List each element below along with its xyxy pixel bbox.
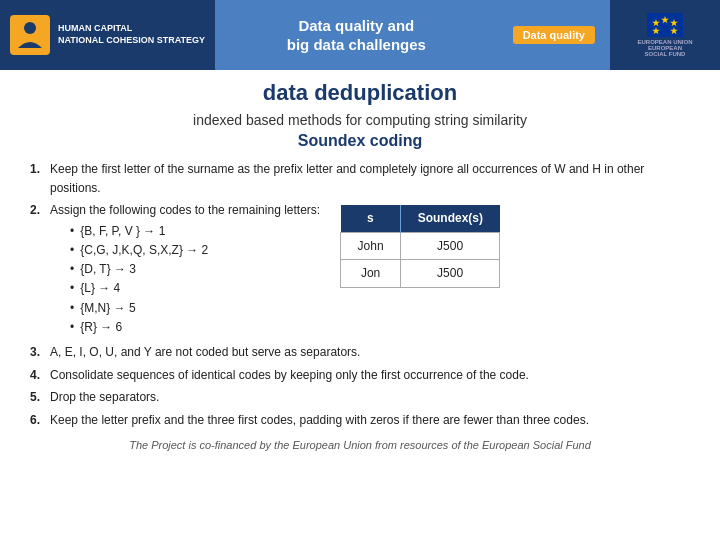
table-row: Jon J500 <box>341 260 500 288</box>
logo-icon <box>10 15 50 55</box>
list-item: {M,N} → 5 <box>70 299 320 318</box>
header-logo-area: HUMAN CAPITAL NATIONAL COHESION STRATEGY <box>0 0 215 70</box>
step-3-text: A, E, I, O, U, and Y are not coded but s… <box>50 343 360 362</box>
step-6: 6. Keep the letter prefix and the three … <box>30 411 690 430</box>
content-area: 1. Keep the first letter of the surname … <box>30 160 690 429</box>
list-item: {D, T} → 3 <box>70 260 320 279</box>
eu-text: EUROPEAN UNION EUROPEAN SOCIAL FUND <box>637 39 692 57</box>
bullets-col: Assign the following codes to the remain… <box>50 201 320 339</box>
page-title: data deduplication <box>30 80 690 106</box>
step-5-text: Drop the separators. <box>50 388 159 407</box>
table-cell-j500-1: J500 <box>400 232 499 260</box>
eu-flag-icon <box>647 13 683 37</box>
table-cell-john: John <box>341 232 401 260</box>
step-5: 5. Drop the separators. <box>30 388 690 407</box>
step-6-text: Keep the letter prefix and the three fir… <box>50 411 589 430</box>
logo-text: HUMAN CAPITAL NATIONAL COHESION STRATEGY <box>58 23 205 46</box>
table-cell-jon: Jon <box>341 260 401 288</box>
section-heading: Soundex coding <box>30 132 690 150</box>
header: HUMAN CAPITAL NATIONAL COHESION STRATEGY… <box>0 0 720 70</box>
step-4: 4. Consolidate sequences of identical co… <box>30 366 690 385</box>
table-cell-j500-2: J500 <box>400 260 499 288</box>
header-title-text: Data quality and big data challenges <box>287 16 426 55</box>
step-2-num: 2. <box>30 201 44 339</box>
step-6-num: 6. <box>30 411 44 430</box>
table-header-soundex: Soundex(s) <box>400 205 499 232</box>
main-content: data deduplication indexed based methods… <box>0 70 720 457</box>
list-item: {R} → 6 <box>70 318 320 337</box>
step-2: 2. Assign the following codes to the rem… <box>30 201 690 339</box>
page-subtitle: indexed based methods for computing stri… <box>30 112 690 128</box>
table-header-s: s <box>341 205 401 232</box>
step-2-text: Assign the following codes to the remain… <box>50 203 320 217</box>
header-title-area: Data quality and big data challenges <box>215 0 498 70</box>
svg-point-1 <box>24 22 36 34</box>
list-item: {C,G, J,K,Q, S,X,Z} → 2 <box>70 241 320 260</box>
list-item: {L} → 4 <box>70 279 320 298</box>
step-3: 3. A, E, I, O, U, and Y are not coded bu… <box>30 343 690 362</box>
step-3-num: 3. <box>30 343 44 362</box>
step-1-num: 1. <box>30 160 44 197</box>
header-badge-area: Data quality <box>498 0 610 70</box>
step-1: 1. Keep the first letter of the surname … <box>30 160 690 197</box>
step-1-text: Keep the first letter of the surname as … <box>50 160 690 197</box>
soundex-table: s Soundex(s) John J500 Jon J500 <box>340 205 500 288</box>
step-4-num: 4. <box>30 366 44 385</box>
header-eu-area: EUROPEAN UNION EUROPEAN SOCIAL FUND <box>610 0 720 70</box>
soundex-table-container: s Soundex(s) John J500 Jon J500 <box>340 201 500 288</box>
step-4-text: Consolidate sequences of identical codes… <box>50 366 529 385</box>
code-list: {B, F, P, V } → 1 {C,G, J,K,Q, S,X,Z} → … <box>70 222 320 337</box>
footer-text: The Project is co-financed by the Europe… <box>30 439 690 451</box>
list-item: {B, F, P, V } → 1 <box>70 222 320 241</box>
badge-label: Data quality <box>513 26 595 44</box>
table-row: John J500 <box>341 232 500 260</box>
step-5-num: 5. <box>30 388 44 407</box>
svg-rect-0 <box>11 16 49 54</box>
step-2-content: Assign the following codes to the remain… <box>50 201 500 339</box>
